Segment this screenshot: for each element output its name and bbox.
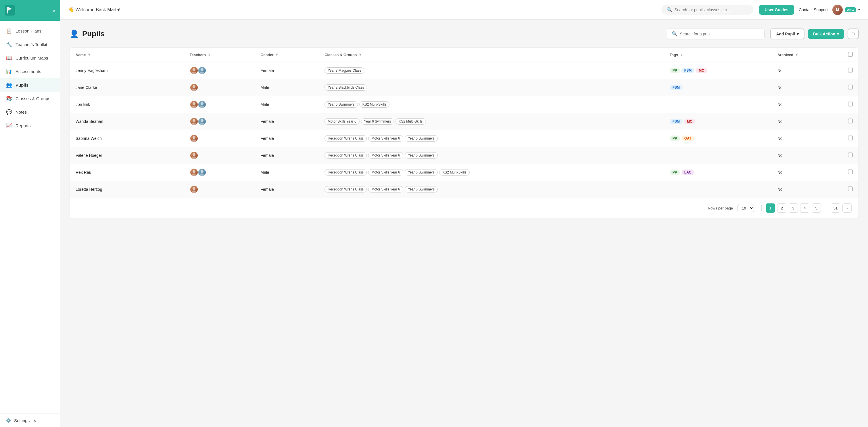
pupils-icon: 👤 <box>69 29 79 38</box>
reports-icon: 📈 <box>6 122 12 129</box>
topbar-actions: User Guides Contact Support M ABC ▾ <box>759 5 860 15</box>
teacher-avatar <box>198 168 206 177</box>
pupils-table: Name ⊻ Teachers ⊻ Gender ⊻ Classes & Gro… <box>70 48 859 198</box>
classes-groups-icon: 📚 <box>6 95 12 102</box>
add-pupil-button[interactable]: Add Pupil ▾ <box>770 28 804 39</box>
page-header: 👤 Pupils 🔍 Add Pupil ▾ Bulk Action ▾ ⊟ <box>69 28 859 39</box>
svg-point-18 <box>192 119 195 122</box>
pupil-checkbox[interactable] <box>848 169 853 174</box>
pupil-select-cell <box>842 130 859 147</box>
classes-filter-icon[interactable]: ⊻ <box>359 53 361 57</box>
archived-filter-icon[interactable]: ⊻ <box>796 53 798 57</box>
pupil-archived: No <box>772 164 842 181</box>
teacher-avatar <box>190 83 198 92</box>
topbar: 👋 Welcome Back Marta! 🔍 User Guides Cont… <box>60 0 868 20</box>
page-5-button[interactable]: 5 <box>812 203 821 212</box>
pupil-tags <box>664 96 772 113</box>
pupil-gender: Female <box>255 181 319 198</box>
teacher-avatar <box>190 100 198 109</box>
curriculum-maps-icon: 📖 <box>6 55 12 61</box>
pupils-icon: 👥 <box>6 82 12 88</box>
pagination-next-button[interactable]: › <box>842 203 851 212</box>
pupil-teachers <box>184 62 255 79</box>
page-1-button[interactable]: 1 <box>766 203 775 212</box>
teacher-avatar <box>190 66 198 75</box>
pupil-name: Valerie Hoeger <box>70 147 184 164</box>
name-filter-icon[interactable]: ⊻ <box>88 53 90 57</box>
teachers-filter-icon[interactable]: ⊻ <box>208 53 210 57</box>
sidebar-item-assessments[interactable]: 📊 Assessments <box>0 65 60 78</box>
page-2-button[interactable]: 2 <box>777 203 786 212</box>
sidebar-item-classes-groups[interactable]: 📚 Classes & Groups <box>0 92 60 105</box>
gender-filter-icon[interactable]: ⊻ <box>276 53 278 57</box>
pupil-classes: Year 3 Magpies Class <box>319 62 664 79</box>
page-4-button[interactable]: 4 <box>800 203 809 212</box>
topbar-search-input[interactable] <box>675 7 748 12</box>
pupil-checkbox[interactable] <box>848 85 853 89</box>
page-last-button[interactable]: 51 <box>831 203 840 212</box>
pupil-search-input[interactable] <box>680 32 760 36</box>
pupil-tag: MC <box>684 118 695 124</box>
bulk-action-button[interactable]: Bulk Action ▾ <box>808 29 844 39</box>
sidebar-logo: « <box>0 0 60 21</box>
col-gender: Gender ⊻ <box>255 48 319 62</box>
pupil-checkbox[interactable] <box>848 118 853 123</box>
pupil-checkbox[interactable] <box>848 187 853 191</box>
class-tag: Year 3 Magpies Class <box>324 67 364 74</box>
svg-point-12 <box>192 102 195 105</box>
sidebar-item-label-teachers-toolkit: Teacher's Toolkit <box>16 42 47 47</box>
pupil-name: Jon Erik <box>70 96 184 113</box>
class-tag: Year 6 Swimmers <box>405 152 438 159</box>
welcome-text: 👋 Welcome Back Marta! <box>68 7 656 12</box>
rows-per-page-select[interactable]: 10 25 50 <box>738 204 754 212</box>
page-title-area: 👤 Pupils <box>69 29 661 38</box>
avatar-area[interactable]: M ABC ▾ <box>832 5 860 15</box>
user-avatar: M <box>832 5 843 15</box>
sidebar-item-reports[interactable]: 📈 Reports <box>0 119 60 132</box>
pupil-tag: PP <box>670 67 680 74</box>
svg-point-36 <box>192 187 195 190</box>
table-row: Jane ClarkeMaleYear 2 Blackbirds ClassFS… <box>70 79 859 96</box>
pupil-checkbox[interactable] <box>848 102 853 107</box>
sidebar-item-label-assessments: Assessments <box>16 69 41 74</box>
pupil-teachers <box>184 113 255 130</box>
svg-point-21 <box>200 119 204 122</box>
pupils-table-container: Name ⊻ Teachers ⊻ Gender ⊻ Classes & Gro… <box>69 48 859 218</box>
pupil-select-cell <box>842 181 859 198</box>
contact-support-link[interactable]: Contact Support <box>799 7 828 12</box>
svg-point-9 <box>192 85 195 88</box>
pupil-tags <box>664 181 772 198</box>
teacher-avatar <box>198 100 206 109</box>
filter-button[interactable]: ⊟ <box>847 28 859 39</box>
page-3-button[interactable]: 3 <box>789 203 798 212</box>
pupil-teachers <box>184 96 255 113</box>
select-all-checkbox[interactable] <box>848 52 853 57</box>
filter-icon: ⊟ <box>851 32 855 36</box>
pupil-select-cell <box>842 62 859 79</box>
pupil-archived: No <box>772 62 842 79</box>
sidebar-item-label-pupils: Pupils <box>16 83 28 87</box>
bulk-action-chevron-icon: ▾ <box>837 32 839 36</box>
sidebar-item-lesson-plans[interactable]: 📋 Lesson Plans <box>0 24 60 38</box>
sidebar-item-pupils[interactable]: 👥 Pupils <box>0 78 60 92</box>
class-tag: KS2 Multi-Skills <box>396 118 426 124</box>
pupil-checkbox[interactable] <box>848 67 853 73</box>
tags-filter-icon[interactable]: ⊻ <box>680 53 683 57</box>
collapse-button[interactable]: « <box>53 7 56 13</box>
user-guides-button[interactable]: User Guides <box>759 5 794 15</box>
pupil-teachers <box>184 130 255 147</box>
page-search-icon: 🔍 <box>672 31 677 36</box>
sidebar-item-notes[interactable]: 💬 Notes <box>0 105 60 119</box>
logo <box>5 5 15 16</box>
teacher-avatar <box>198 117 206 126</box>
settings-item[interactable]: ⚙️ Settings ∧ <box>6 418 54 423</box>
class-tag: Motor Skills Year 6 <box>368 152 403 159</box>
sidebar-item-curriculum-maps[interactable]: 📖 Curriculum Maps <box>0 51 60 65</box>
class-tag: Year 6 Swimmers <box>405 135 438 142</box>
class-tag: KS2 Multi-Skills <box>359 101 390 108</box>
pupil-checkbox[interactable] <box>848 136 853 140</box>
sidebar: « 📋 Lesson Plans🔧 Teacher's Toolkit📖 Cur… <box>0 0 60 427</box>
sidebar-item-teachers-toolkit[interactable]: 🔧 Teacher's Toolkit <box>0 38 60 51</box>
settings-chevron-icon: ∧ <box>34 418 36 422</box>
pupil-checkbox[interactable] <box>848 152 853 158</box>
